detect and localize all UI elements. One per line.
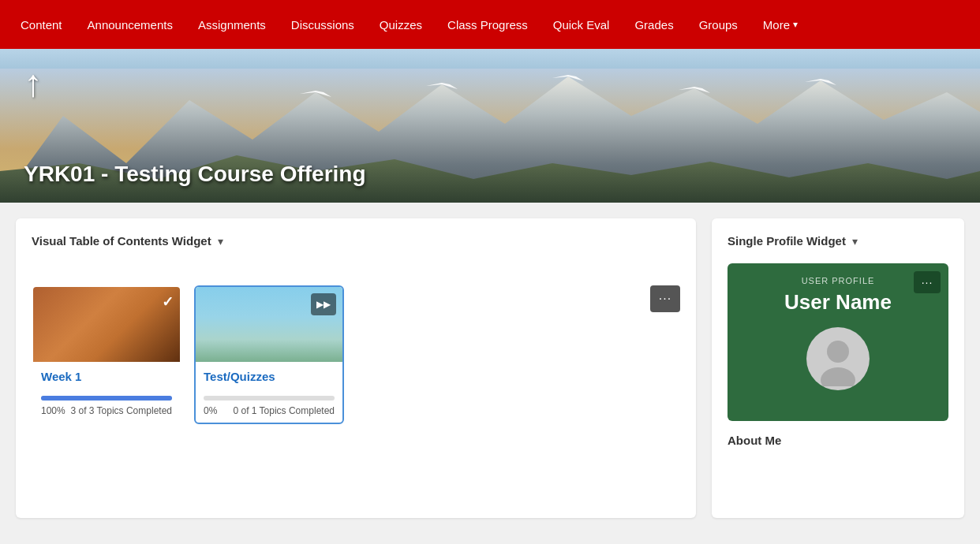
profile-label: USER PROFILE [740, 276, 936, 285]
hero-banner: ↑ YRK01 - Testing Course Offering [0, 49, 980, 203]
card-quiz-progress-bar [204, 396, 335, 401]
card-quiz-body: Test/Quizzes 0% 0 of 1 Topics Completed [196, 362, 342, 423]
card-quiz-thumbnail: ▶▶ [196, 287, 342, 362]
card-week1-progress-stats: 100% 3 of 3 Topics Completed [41, 405, 172, 416]
nav-content[interactable]: Content [9, 12, 73, 38]
toc-more-dots-button[interactable]: ··· [650, 285, 680, 312]
profile-widget-header: Single Profile Widget ▾ [728, 234, 948, 248]
svg-point-8 [827, 341, 849, 363]
svg-point-9 [821, 367, 855, 386]
card-week1-body: Week 1 100% 3 of 3 Topics Completed [33, 362, 180, 423]
nav-quick-eval[interactable]: Quick Eval [542, 12, 621, 38]
about-me-label: About Me [728, 434, 948, 447]
card-quiz-topics: 0 of 1 Topics Completed [233, 405, 335, 416]
single-profile-widget: Single Profile Widget ▾ ··· USER PROFILE… [712, 218, 964, 518]
nav-grades[interactable]: Grades [623, 12, 684, 38]
profile-username: User Name [740, 290, 936, 315]
card-week1-progress-bar [41, 396, 172, 401]
card-quiz[interactable]: ▶▶ Test/Quizzes 0% 0 of 1 Topics Complet… [194, 285, 344, 424]
nav-class-progress[interactable]: Class Progress [436, 12, 539, 38]
card-week1-title[interactable]: Week 1 [41, 370, 172, 383]
toc-cards-row: ✓ Week 1 100% 3 of 3 Topics Completed [32, 285, 680, 424]
main-content-area: Visual Table of Contents Widget ▾ ··· ✓ … [0, 203, 980, 534]
profile-chevron-icon[interactable]: ▾ [852, 235, 858, 248]
card-quiz-play-button[interactable]: ▶▶ [311, 293, 336, 315]
card-week1-thumbnail: ✓ [33, 287, 180, 362]
nav-groups[interactable]: Groups [688, 12, 749, 38]
nav-more[interactable]: More ▾ [752, 12, 809, 38]
card-week1-progress-fill [41, 396, 172, 401]
nav-assignments[interactable]: Assignments [187, 12, 277, 38]
more-chevron-icon: ▾ [793, 19, 798, 30]
card-quiz-pct: 0% [204, 405, 217, 416]
profile-card: ··· USER PROFILE User Name [728, 263, 948, 421]
toc-chevron-icon[interactable]: ▾ [218, 235, 223, 248]
card-quiz-progress-stats: 0% 0 of 1 Topics Completed [204, 405, 335, 416]
profile-more-dots-button[interactable]: ··· [914, 271, 941, 293]
card-week1-topics: 3 of 3 Topics Completed [70, 405, 172, 416]
card-week1-pct: 100% [41, 405, 65, 416]
nav-announcements[interactable]: Announcements [77, 12, 184, 38]
nav-discussions[interactable]: Discussions [280, 12, 365, 38]
card-week1-checkmark-icon: ✓ [162, 293, 174, 311]
top-navigation: Content Announcements Assignments Discus… [0, 0, 980, 49]
avatar-icon [810, 331, 866, 386]
profile-widget-title: Single Profile Widget [728, 234, 846, 248]
toc-cards-area: ··· ✓ Week 1 100% 3 of 3 Topics Co [32, 285, 680, 424]
card-quiz-title[interactable]: Test/Quizzes [204, 370, 335, 383]
hero-course-title: YRK01 - Testing Course Offering [24, 162, 366, 187]
toc-widget-header: Visual Table of Contents Widget ▾ [32, 234, 680, 248]
avatar [806, 327, 870, 390]
nav-quizzes[interactable]: Quizzes [368, 12, 433, 38]
hero-up-arrow-icon: ↑ [24, 65, 43, 102]
toc-widget-title: Visual Table of Contents Widget [32, 234, 211, 248]
visual-toc-widget: Visual Table of Contents Widget ▾ ··· ✓ … [16, 218, 696, 518]
card-week1[interactable]: ✓ Week 1 100% 3 of 3 Topics Completed [32, 285, 181, 424]
